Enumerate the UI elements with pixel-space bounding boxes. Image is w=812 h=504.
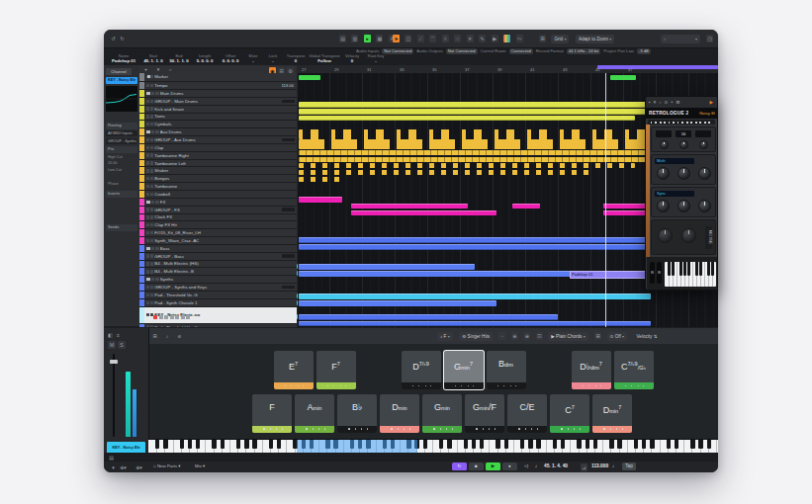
plugin-knob[interactable] [657, 200, 670, 212]
mute-button[interactable] [151, 278, 154, 281]
track-row[interactable]: Cymbals [139, 121, 297, 128]
insert2-icon[interactable]: ⊕▾ [135, 463, 142, 471]
black-key[interactable] [634, 440, 639, 449]
pads-prev-icon[interactable]: ◦ [498, 332, 505, 340]
mute-button[interactable] [146, 301, 149, 304]
info-field-value[interactable]: 45. 1. 1. 0 [140, 58, 166, 64]
mute-button[interactable] [146, 239, 149, 242]
mute-button[interactable] [146, 169, 149, 172]
solo-button[interactable] [155, 130, 158, 133]
record-button[interactable]: ● [502, 462, 517, 470]
track-row[interactable]: Pad - Synth Chorale 1 [139, 299, 297, 307]
info-field-value[interactable]: 0 [340, 58, 364, 64]
white-key[interactable] [692, 262, 693, 287]
plugin-knob[interactable] [699, 140, 708, 149]
solo-button[interactable] [150, 215, 153, 218]
solo-button[interactable] [150, 239, 153, 242]
info-field[interactable]: NamePadshop 01 [107, 53, 140, 65]
midi-part-stripe[interactable] [299, 157, 651, 162]
tap-tempo-button[interactable]: Tap [622, 462, 636, 470]
plugin-knob[interactable] [698, 200, 711, 212]
midi-part-teal[interactable] [297, 294, 298, 298]
info-field[interactable]: Mute- [243, 53, 263, 65]
info-field[interactable]: Velocity0 [340, 53, 364, 65]
info-field[interactable]: Transpose0 [283, 53, 309, 65]
chord-pad[interactable]: D7/♭9 [402, 351, 441, 389]
white-key[interactable] [627, 440, 628, 454]
solo-button[interactable] [150, 223, 153, 226]
track-row[interactable]: Synths [139, 276, 297, 284]
midi-part-magenta[interactable] [512, 204, 540, 210]
white-key[interactable] [704, 262, 705, 287]
split-tool-icon[interactable]: ∕ [417, 35, 424, 42]
plugin-title-bar[interactable]: RETROLOGUE 2 Noisy El [646, 108, 717, 119]
track-row[interactable]: Tambourine [139, 183, 297, 191]
midi-part-yellow[interactable] [299, 109, 651, 115]
play-tool-icon[interactable]: ▶ [492, 35, 498, 42]
solo-button[interactable] [150, 262, 153, 265]
workspace-icon[interactable]: ▤ [339, 35, 346, 42]
track-row[interactable]: GROUP - Main Drums [139, 98, 297, 106]
root-key-dropdown[interactable]: ♪ F ▾ [437, 332, 453, 341]
mute-button[interactable] [146, 146, 149, 149]
play-button[interactable]: ▶ [486, 462, 500, 470]
black-key[interactable] [672, 262, 674, 276]
info-field[interactable]: Start45. 1. 1. 0 [140, 53, 166, 65]
color-tool-icon[interactable] [503, 35, 510, 42]
midi-part-cyan[interactable] [299, 294, 651, 299]
osc2-type-display[interactable]: Sync [655, 191, 694, 197]
inspector-row-20-0k[interactable]: 20.0k [108, 161, 137, 166]
info-field[interactable]: Lock- [263, 53, 283, 65]
black-key[interactable] [236, 440, 241, 449]
midi-part-magenta[interactable] [603, 204, 649, 210]
insert-icon[interactable]: ⊕▾ [120, 463, 127, 471]
black-key[interactable] [690, 440, 695, 449]
inspector-row-low-cut[interactable]: Low Cut [108, 168, 137, 173]
black-key[interactable] [536, 440, 541, 449]
mute-button[interactable] [146, 177, 149, 180]
glue-tool-icon[interactable]: ⌒ [429, 35, 436, 42]
solo-button[interactable] [155, 201, 158, 204]
black-key[interactable] [675, 440, 679, 449]
black-key[interactable] [496, 440, 500, 449]
info-field-value[interactable]: 0. 0. 0. 0 [218, 58, 243, 64]
track-search-icon[interactable]: ⌕ [167, 65, 174, 73]
chord-pad[interactable]: Amin [295, 394, 334, 433]
info-field-value[interactable]: - [263, 58, 283, 64]
plugin-knob[interactable] [698, 167, 711, 180]
black-key[interactable] [609, 440, 614, 449]
setup-menu-icon[interactable]: ▾ [110, 463, 117, 471]
black-key[interactable] [683, 262, 685, 276]
midi-part-magenta[interactable] [351, 204, 468, 210]
object-select-tool-icon[interactable]: ➤ [393, 35, 400, 42]
selected-part-padshop[interactable]: Padshop 01 [570, 271, 651, 280]
midi-part-dots[interactable] [299, 170, 595, 175]
solo-button[interactable] [150, 301, 153, 304]
pads-grid-icon[interactable]: ⊡ [536, 332, 543, 340]
chord-pad[interactable]: C7/♭9/G♭ [614, 351, 654, 389]
track-row[interactable]: Aux Drums [139, 128, 297, 136]
black-key[interactable] [252, 440, 257, 449]
black-key[interactable] [244, 440, 249, 449]
track-row[interactable]: Bass [139, 245, 297, 253]
plugin-knob[interactable] [681, 228, 696, 243]
chord-pads-keyboard[interactable] [148, 439, 718, 454]
black-key[interactable] [617, 440, 622, 449]
eq-curve-display[interactable] [106, 86, 137, 112]
search-input[interactable]: ⌕ ▾ [661, 35, 700, 43]
midi-part-magenta[interactable] [351, 210, 496, 216]
plugin-glide-display[interactable] [695, 130, 711, 137]
player-mode-dropdown[interactable]: ▶ Plain Chords ▾ [548, 332, 587, 341]
mute-button[interactable] [146, 185, 149, 188]
solo-button[interactable] [155, 247, 158, 250]
black-key[interactable] [439, 440, 444, 449]
info-field-value[interactable]: Follow [309, 58, 340, 64]
track-row[interactable]: Tempo113.00 [139, 82, 297, 91]
white-key[interactable] [489, 440, 490, 454]
midi-part-bass[interactable] [299, 321, 651, 326]
track-row[interactable]: GROUP - Bass [139, 253, 297, 261]
add-track-icon[interactable]: + [142, 65, 149, 73]
track-row[interactable]: Kick and Snare [139, 106, 297, 114]
info-field[interactable]: Offset0. 0. 0. 0 [218, 53, 243, 65]
grid-zoom-dropdown[interactable]: Adapt to Zoom ▾ [576, 35, 614, 43]
